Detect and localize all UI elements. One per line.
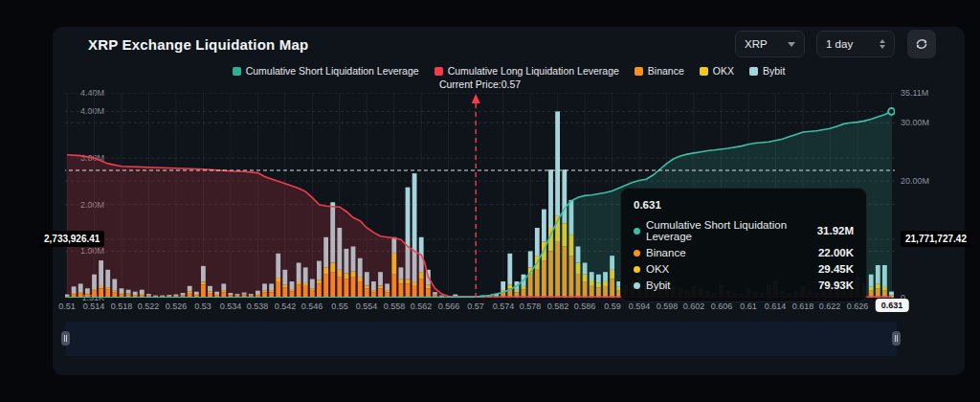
spinner-icon <box>880 39 885 49</box>
x-axis-tick-label: 0.526 <box>166 302 188 311</box>
x-axis-tick-label: 0.514 <box>83 302 105 311</box>
current-price-label: Current Price:0.57 <box>53 78 907 90</box>
x-axis-tick-label: 0.57 <box>467 302 484 311</box>
tooltip-row: Binance22.00K <box>634 247 854 258</box>
x-axis-tick-label: 0.542 <box>275 302 297 311</box>
tooltip-series-label: Cumulative Short Liquidation Leverage <box>646 219 812 242</box>
x-axis-tick-label: 0.558 <box>384 302 406 311</box>
legend-swatch-icon <box>700 67 708 76</box>
tooltip-series-value: 79.93K <box>818 279 854 291</box>
x-axis-tick-label: 0.546 <box>301 302 323 311</box>
legend-swatch-icon <box>233 67 241 76</box>
x-axis-tick-label: 0.586 <box>574 302 596 311</box>
x-axis-tick-label: 0.598 <box>657 302 679 311</box>
x-axis-tick-label: 0.59 <box>604 302 621 311</box>
interval-select[interactable]: 1 day <box>816 31 895 57</box>
x-axis-tick-label: 0.534 <box>220 302 242 311</box>
x-axis-tick-label: 0.602 <box>683 302 705 311</box>
legend-item[interactable]: Cumulative Short Liquidation Leverage <box>233 65 419 77</box>
page-title: XRP Exchange Liquidation Map <box>88 36 308 53</box>
slider-right-handle[interactable] <box>892 331 901 346</box>
x-axis-tick-label: 0.522 <box>138 302 160 311</box>
x-axis-tick-label: 0.55 <box>331 302 348 311</box>
x-axis-tick-label: 0.562 <box>411 302 433 311</box>
x-axis-tick-label: 0.518 <box>111 302 133 311</box>
tooltip-series-label: Bybit <box>646 279 813 291</box>
slider-left-handle[interactable] <box>61 331 70 346</box>
liquidation-map-card: XRP Exchange Liquidation Map XRP 1 day C… <box>53 27 965 375</box>
legend-swatch-icon <box>749 67 758 76</box>
x-axis-tick-label: 0.566 <box>438 302 460 311</box>
x-axis-tick-label: 0.51 <box>58 302 76 311</box>
x-axis-tick-label: 0.582 <box>547 302 569 311</box>
x-axis-tick-label: 0.574 <box>493 302 515 311</box>
legend-item[interactable]: Bybit <box>749 65 785 77</box>
legend-item[interactable]: OKX <box>700 65 734 77</box>
legend-swatch-icon <box>434 67 443 76</box>
series-dot-icon <box>634 228 640 234</box>
legend: Cumulative Short Liquidation LeverageCum… <box>53 65 965 77</box>
legend-label: Binance <box>648 65 684 77</box>
x-axis-tick-label: 0.538 <box>247 302 269 311</box>
x-axis-tick-label: 0.606 <box>711 302 733 311</box>
x-axis: 0.510.5140.5180.5220.5260.530.5340.5380.… <box>65 302 907 317</box>
legend-label: Bybit <box>763 65 785 77</box>
right-axis-tick-label: 20.00M <box>901 176 929 186</box>
symbol-select[interactable]: XRP <box>735 31 805 57</box>
tooltip-series-value: 22.00K <box>818 247 854 258</box>
reference-line-right-badge: 21,771,727.42 <box>901 231 971 247</box>
x-axis-tick-label: 0.61 <box>740 302 757 311</box>
legend-item[interactable]: Binance <box>635 65 684 77</box>
x-axis-tick-label: 0.618 <box>792 302 814 311</box>
right-axis-tick-label: 30.00M <box>901 118 929 127</box>
series-dot-icon <box>634 282 640 289</box>
x-axis-tick-label: 0.622 <box>819 302 841 311</box>
x-axis-tick-label: 0.626 <box>847 302 869 311</box>
legend-item[interactable]: Cumulative Long Liquidation Leverage <box>434 65 619 77</box>
x-axis-tick-label: 0.578 <box>520 302 542 311</box>
legend-label: OKX <box>713 65 734 77</box>
tooltip-row: OKX29.45K <box>634 263 854 275</box>
refresh-icon <box>914 36 929 52</box>
right-axis-tick-label: 35.11M <box>901 88 928 98</box>
x-axis-tick-label: 0.614 <box>765 302 787 311</box>
tooltip-title: 0.631 <box>634 199 854 211</box>
range-slider[interactable] <box>65 322 897 356</box>
symbol-select-value: XRP <box>745 38 768 50</box>
interval-select-value: 1 day <box>826 38 853 50</box>
series-dot-icon <box>634 250 640 257</box>
reference-line-left-badge: 2,733,926.41 <box>39 231 104 247</box>
series-dot-icon <box>634 266 640 273</box>
x-axis-tick-label: 0.554 <box>356 302 378 311</box>
page: XRP Exchange Liquidation Map XRP 1 day C… <box>0 0 980 402</box>
legend-label: Cumulative Long Liquidation Leverage <box>448 65 619 77</box>
legend-swatch-icon <box>635 67 643 76</box>
tooltip-series-label: OKX <box>646 263 813 275</box>
tooltip-row: Bybit79.93K <box>634 279 854 291</box>
tooltip-row: Cumulative Short Liquidation Leverage31.… <box>634 219 854 242</box>
chart-tooltip: 0.631 Cumulative Short Liquidation Lever… <box>620 188 867 302</box>
x-axis-tick-label: 0.53 <box>194 302 212 311</box>
tooltip-series-value: 31.92M <box>817 225 854 236</box>
x-axis-highlight-label: 0.631 <box>876 299 909 312</box>
tooltip-series-value: 29.45K <box>818 263 854 275</box>
chevron-down-icon <box>788 42 795 47</box>
legend-label: Cumulative Short Liquidation Leverage <box>246 65 419 77</box>
refresh-button[interactable] <box>907 30 936 58</box>
right-y-axis: 35.11M30.00M20.00M10.00M0 <box>899 93 962 298</box>
x-axis-tick-label: 0.594 <box>629 302 651 311</box>
tooltip-series-label: Binance <box>646 247 813 258</box>
